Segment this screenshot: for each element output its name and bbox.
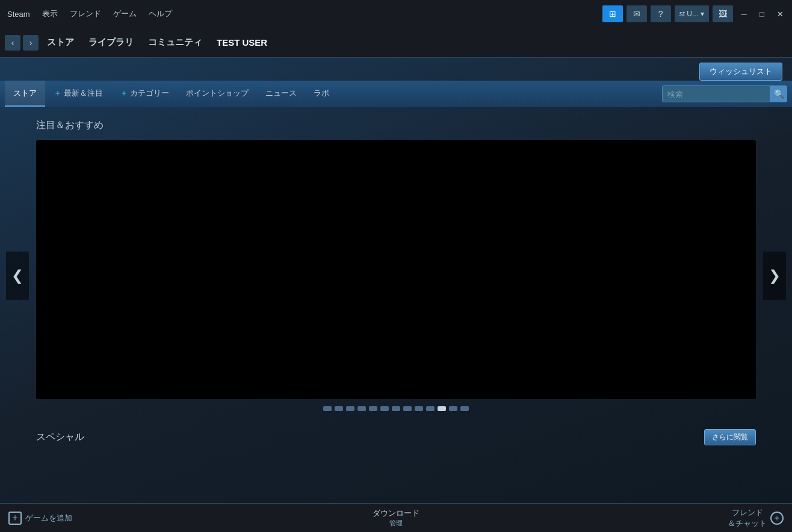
download-center[interactable]: ダウンロード 管理	[373, 508, 419, 528]
dot-12[interactable]	[449, 406, 457, 411]
wishlist-row: ウィッシュリスト	[0, 58, 792, 81]
tab-points-shop-label: ポイントショップ	[186, 88, 249, 99]
user-account-btn[interactable]: st U... ▾	[675, 5, 709, 22]
help-btn[interactable]: ?	[651, 5, 671, 22]
screenshot-btn[interactable]: 🖼	[713, 5, 733, 22]
dot-6[interactable]	[380, 406, 389, 411]
minimize-btn[interactable]: ─	[737, 5, 751, 22]
carousel-main-image[interactable]	[36, 140, 756, 399]
maximize-btn[interactable]: □	[755, 5, 769, 22]
add-game-button[interactable]: ＋ ゲームを追加	[8, 512, 72, 525]
bottombar: ＋ ゲームを追加 ダウンロード 管理 フレンド＆チャット ＋	[0, 503, 792, 532]
download-label: ダウンロード	[373, 508, 419, 519]
tab-new-notable[interactable]: ＋ 最新＆注目	[45, 81, 111, 107]
titlebar: Steam 表示 フレンド ゲーム ヘルプ ⊞ ✉ ? st U... ▾ 🖼 …	[0, 0, 792, 28]
nav-library[interactable]: ライブラリ	[82, 34, 140, 51]
back-button[interactable]: ‹	[5, 35, 20, 51]
dot-5[interactable]	[369, 406, 377, 411]
dot-3[interactable]	[346, 406, 354, 411]
menu-friends[interactable]: フレンド	[67, 7, 104, 20]
titlebar-right: ⊞ ✉ ? st U... ▾ 🖼 ─ □ ✕	[602, 5, 787, 22]
close-btn[interactable]: ✕	[773, 5, 787, 22]
titlebar-left: Steam 表示 フレンド ゲーム ヘルプ	[5, 7, 602, 20]
friend-chat-icon: ＋	[770, 512, 784, 525]
friend-chat-button[interactable]: フレンド＆チャット ＋	[728, 507, 784, 529]
tab-lab-label: ラボ	[314, 88, 329, 99]
wishlist-button[interactable]: ウィッシュリスト	[699, 63, 782, 81]
carousel-dots	[36, 406, 756, 411]
friend-chat-label: フレンド＆チャット	[728, 507, 767, 529]
dot-2[interactable]	[335, 406, 343, 411]
see-more-button[interactable]: さらに閲覧	[704, 429, 756, 445]
add-icon: ＋	[8, 512, 22, 525]
special-section-title: スペシャル	[36, 431, 84, 444]
chevron-down-icon: ▾	[701, 10, 704, 18]
plus-icon-1: ＋	[54, 88, 62, 99]
menu-help[interactable]: ヘルプ	[146, 7, 175, 20]
dot-11[interactable]	[438, 406, 446, 411]
featured-section-title: 注目＆おすすめ	[36, 119, 756, 132]
search-icon: 🔍	[774, 89, 784, 99]
page-body: 注目＆おすすめ ❮ ❯	[0, 107, 792, 457]
content-area: ウィッシュリスト ストア ＋ 最新＆注目 ＋ カテゴリー ポイントショップ ニュ…	[0, 58, 792, 503]
app-name: Steam	[5, 8, 32, 20]
dot-8[interactable]	[403, 406, 412, 411]
search-input[interactable]	[662, 85, 770, 102]
dot-1[interactable]	[323, 406, 332, 411]
plus-icon-2: ＋	[120, 88, 128, 99]
menu-view[interactable]: 表示	[40, 7, 60, 20]
tab-points-shop[interactable]: ポイントショップ	[178, 81, 257, 107]
dot-9[interactable]	[415, 406, 423, 411]
user-label: st U...	[679, 10, 698, 18]
nav-store[interactable]: ストア	[41, 34, 80, 51]
search-button[interactable]: 🔍	[770, 85, 787, 102]
store-icon-btn[interactable]: ⊞	[602, 5, 623, 22]
tab-categories[interactable]: ＋ カテゴリー	[111, 81, 178, 107]
tab-store-label: ストア	[13, 88, 37, 99]
carousel-prev-button[interactable]: ❮	[6, 252, 29, 300]
nav-community[interactable]: コミュニティ	[142, 34, 208, 51]
store-tabs: ストア ＋ 最新＆注目 ＋ カテゴリー ポイントショップ ニュース ラボ	[0, 81, 792, 107]
notifications-btn[interactable]: ✉	[626, 5, 647, 22]
tab-store[interactable]: ストア	[5, 81, 45, 107]
special-section-header: スペシャル さらに閲覧	[36, 429, 756, 445]
dot-10[interactable]	[426, 406, 435, 411]
dot-13[interactable]	[460, 406, 469, 411]
tab-news-label: ニュース	[265, 88, 297, 99]
forward-button[interactable]: ›	[23, 35, 39, 51]
search-area: 🔍	[662, 81, 787, 107]
tab-categories-label: カテゴリー	[130, 88, 169, 99]
add-game-label: ゲームを追加	[25, 513, 72, 524]
nav-user: TEST USER	[211, 35, 273, 50]
tab-news[interactable]: ニュース	[257, 81, 305, 107]
dot-4[interactable]	[357, 406, 366, 411]
featured-carousel: ❮ ❯	[36, 140, 756, 411]
download-sub-label: 管理	[373, 519, 419, 528]
tab-lab[interactable]: ラボ	[305, 81, 338, 107]
store-page: ウィッシュリスト ストア ＋ 最新＆注目 ＋ カテゴリー ポイントショップ ニュ…	[0, 58, 792, 503]
tab-new-notable-label: 最新＆注目	[64, 88, 103, 99]
dot-7[interactable]	[392, 406, 400, 411]
menu-games[interactable]: ゲーム	[111, 7, 139, 20]
carousel-next-button[interactable]: ❯	[763, 252, 786, 300]
navbar: ‹ › ストア ライブラリ コミュニティ TEST USER	[0, 28, 792, 58]
